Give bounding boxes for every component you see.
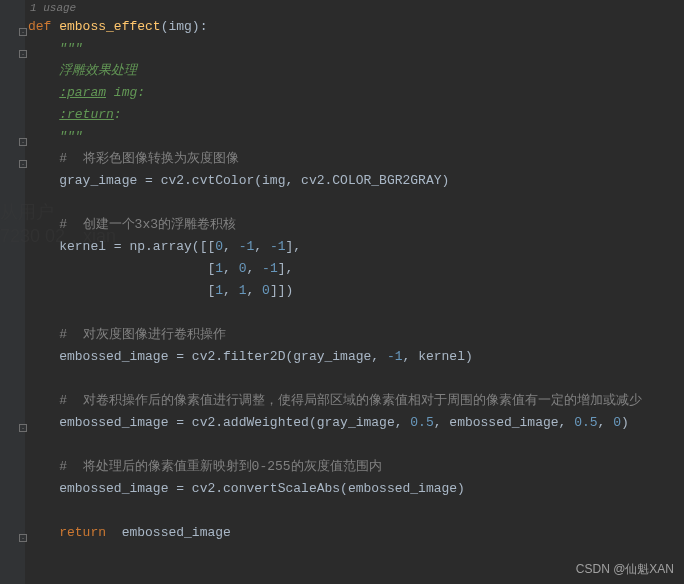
- code-editor[interactable]: def emboss_effect(img): """ 浮雕效果处理 :para…: [28, 16, 684, 544]
- csdn-watermark: CSDN @仙魁XAN: [576, 561, 674, 578]
- code-line: :return:: [28, 104, 684, 126]
- code-line: """: [28, 126, 684, 148]
- code-line: [28, 500, 684, 522]
- fold-marker[interactable]: -: [19, 160, 27, 168]
- code-line: # 对灰度图像进行卷积操作: [28, 324, 684, 346]
- code-line: embossed_image = cv2.filter2D(gray_image…: [28, 346, 684, 368]
- fold-marker[interactable]: -: [19, 534, 27, 542]
- code-line: def emboss_effect(img):: [28, 16, 684, 38]
- code-line: embossed_image = cv2.addWeighted(gray_im…: [28, 412, 684, 434]
- code-line: # 将处理后的像素值重新映射到0-255的灰度值范围内: [28, 456, 684, 478]
- code-line: [28, 302, 684, 324]
- fold-marker[interactable]: -: [19, 424, 27, 432]
- gutter: [0, 0, 25, 584]
- fold-marker[interactable]: -: [19, 28, 27, 36]
- fold-marker[interactable]: -: [19, 138, 27, 146]
- code-line: # 将彩色图像转换为灰度图像: [28, 148, 684, 170]
- code-line: kernel = np.array([[0, -1, -1],: [28, 236, 684, 258]
- code-line: gray_image = cv2.cvtColor(img, cv2.COLOR…: [28, 170, 684, 192]
- code-line: # 创建一个3x3的浮雕卷积核: [28, 214, 684, 236]
- code-line: [1, 0, -1],: [28, 258, 684, 280]
- code-line: :param img:: [28, 82, 684, 104]
- usage-count[interactable]: 1 usage: [0, 0, 684, 16]
- code-line: embossed_image = cv2.convertScaleAbs(emb…: [28, 478, 684, 500]
- code-line: # 对卷积操作后的像素值进行调整，使得局部区域的像素值相对于周围的像素值有一定的…: [28, 390, 684, 412]
- fold-marker[interactable]: -: [19, 50, 27, 58]
- code-line: [28, 192, 684, 214]
- code-line: 浮雕效果处理: [28, 60, 684, 82]
- code-line: [1, 1, 0]]): [28, 280, 684, 302]
- code-line: return embossed_image: [28, 522, 684, 544]
- code-line: [28, 434, 684, 456]
- code-line: [28, 368, 684, 390]
- code-line: """: [28, 38, 684, 60]
